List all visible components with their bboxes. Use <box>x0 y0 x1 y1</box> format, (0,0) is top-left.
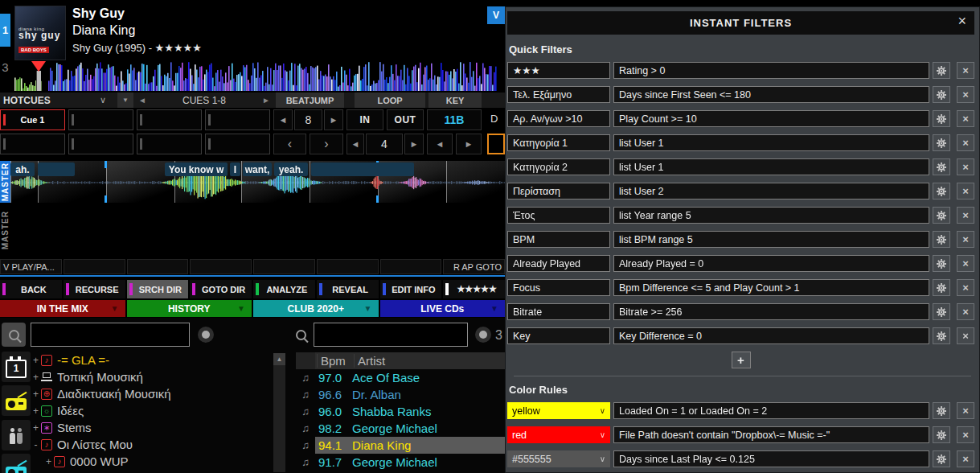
folder-item[interactable]: - ♪ Οι Λίστες Μου <box>31 436 272 453</box>
pad-7[interactable] <box>380 259 442 274</box>
deck2-master-tab[interactable]: MASTER <box>0 207 10 253</box>
filter-settings-button[interactable] <box>933 207 950 224</box>
filter-settings-button[interactable] <box>933 183 950 199</box>
key-value-button[interactable]: 11B <box>427 109 482 130</box>
v-badge[interactable]: V <box>487 6 505 24</box>
scroll-up-icon[interactable]: ▲ <box>273 353 285 365</box>
filter-name-field[interactable]: Αρ. Αν/γων >10 <box>507 110 610 127</box>
color-rule-field[interactable]: File Path doesn't contain "Dropbox\-= Mu… <box>613 426 929 443</box>
color-select[interactable]: red ∨ <box>507 426 610 443</box>
hotcue-6-button[interactable] <box>68 134 133 154</box>
browser-button[interactable]: SRCH DIR <box>127 280 189 298</box>
filter-rule-field[interactable]: list User 1 <box>613 134 929 151</box>
track-row[interactable]: ♫ 94.1 Diana King <box>296 437 505 454</box>
color-settings-button[interactable] <box>933 402 950 419</box>
tab-chevron-icon[interactable]: ▼ <box>111 304 119 313</box>
beatjump-decrease-button[interactable]: ◄ <box>273 109 293 130</box>
deck-number-badge[interactable]: 1 <box>0 14 10 47</box>
browser-button[interactable]: BACK <box>0 280 62 298</box>
playhead-marker-icon[interactable] <box>31 61 46 72</box>
color-delete-button[interactable]: × <box>957 450 974 467</box>
filter-name-field[interactable]: Key <box>507 327 610 344</box>
browser-button[interactable]: ANALYZE <box>253 280 315 298</box>
track-row[interactable]: ♫ 91.7 George Michael <box>296 454 505 471</box>
filter-settings-button[interactable] <box>933 327 950 344</box>
expand-icon[interactable]: - <box>31 439 41 450</box>
artist-column-header[interactable]: Artist <box>354 354 505 368</box>
hotcue-5-button[interactable] <box>0 134 65 154</box>
close-icon[interactable]: × <box>957 13 966 30</box>
sideview-calendar-button[interactable]: 1 <box>2 352 31 382</box>
filter-delete-button[interactable]: × <box>957 327 974 344</box>
playlist-tab[interactable]: IN THE MIX ▼ <box>0 300 125 317</box>
filter-name-field[interactable]: Κατηγορία 2 <box>507 158 610 175</box>
folder-item[interactable]: + ♪ -= GLA =- <box>31 352 272 368</box>
filter-rule-field[interactable]: Days since First Seen <= 180 <box>613 86 929 103</box>
filter-name-field[interactable]: Έτος <box>507 207 610 224</box>
hotcues-chevron-icon[interactable]: ∨ <box>100 93 106 108</box>
filter-settings-button[interactable] <box>933 231 950 248</box>
filter-delete-button[interactable]: × <box>957 158 974 175</box>
filter-name-field[interactable]: Focus <box>507 279 610 296</box>
filter-name-field[interactable]: Τελ. Εξάμηνο <box>507 86 610 103</box>
track-overview-waveform[interactable] <box>14 61 497 91</box>
hotcue-4-button[interactable] <box>205 109 270 130</box>
filter-delete-button[interactable]: × <box>957 110 974 127</box>
key-down-button[interactable]: ◄ <box>427 134 453 154</box>
color-delete-button[interactable]: × <box>957 426 974 443</box>
expand-icon[interactable]: + <box>31 405 41 417</box>
tracklist-search-input[interactable] <box>314 323 468 347</box>
color-select[interactable]: #555555 ∨ <box>507 450 610 467</box>
tracklist-header[interactable]: Bpm Artist <box>296 352 505 369</box>
playlist-tab[interactable]: CLUB 2020+ ▼ <box>253 300 379 317</box>
folder-item[interactable]: + ⊕ Διαδικτυακή Μουσική <box>31 385 272 402</box>
browser-button[interactable]: ★★★★★ <box>443 280 505 298</box>
filter-delete-button[interactable]: × <box>957 183 974 199</box>
sideview-radio-yellow-button[interactable] <box>2 385 31 416</box>
loop-in-button[interactable]: IN <box>346 109 383 130</box>
pad-goto[interactable]: R AP GOTO <box>443 259 505 274</box>
filter-delete-button[interactable]: × <box>957 207 974 224</box>
filter-name-field[interactable]: Bitrate <box>507 303 610 320</box>
tab-chevron-icon[interactable]: ▼ <box>364 304 372 313</box>
filter-name-field[interactable]: ★★★ <box>507 62 610 79</box>
tab-chevron-icon[interactable]: ▼ <box>237 304 245 313</box>
browser-button[interactable]: GOTO DIR <box>190 280 252 298</box>
track-row[interactable]: ♫ 96.6 Dr. Alban <box>296 386 505 403</box>
color-select[interactable]: yellow ∨ <box>507 402 610 419</box>
pad-play-pause[interactable]: V PLAY/PA... <box>0 259 62 274</box>
filter-delete-button[interactable]: × <box>957 279 974 296</box>
filter-name-field[interactable]: Already Played <box>507 255 610 272</box>
browser-button[interactable]: RECURSE <box>64 280 125 298</box>
filter-rule-field[interactable]: Play Count >= 10 <box>613 110 929 127</box>
filter-rule-field[interactable]: Bitrate >= 256 <box>613 303 929 320</box>
expand-icon[interactable]: + <box>31 422 41 434</box>
browser-button[interactable]: REVEAL <box>317 280 379 298</box>
filter-rule-field[interactable]: list User 1 <box>613 158 929 175</box>
folder-item[interactable]: + ∗ Stems <box>31 419 272 436</box>
filter-delete-button[interactable]: × <box>957 86 974 103</box>
hotcue-2-button[interactable] <box>68 109 133 130</box>
folder-item[interactable]: + Τοπική Μουσική <box>31 368 272 385</box>
pad-6[interactable] <box>317 259 379 274</box>
filter-rule-field[interactable]: Rating > 0 <box>613 62 929 79</box>
filter-settings-button[interactable] <box>933 134 950 151</box>
pad-2[interactable] <box>64 259 125 274</box>
color-rule-field[interactable]: Days since Last Play <= 0.125 <box>613 450 929 467</box>
filter-delete-button[interactable]: × <box>957 134 974 151</box>
tracklist-search-led-button[interactable] <box>475 327 491 343</box>
beatjump-back-button[interactable]: ‹ <box>273 134 306 154</box>
folder-search-input[interactable] <box>31 323 190 347</box>
loop-active-slot[interactable] <box>487 134 505 154</box>
track-row[interactable]: ♫ 98.2 George Michael <box>296 420 505 437</box>
track-row[interactable]: ♫ 97.0 Ace Of Base <box>296 369 505 386</box>
filter-delete-button[interactable]: × <box>957 62 974 79</box>
playlist-tab[interactable]: HISTORY ▼ <box>127 300 252 317</box>
filter-settings-button[interactable] <box>933 110 950 127</box>
filter-rule-field[interactable]: Key Difference = 0 <box>613 327 929 344</box>
filter-delete-button[interactable]: × <box>957 231 974 248</box>
folder-item[interactable]: + ☼ Ιδέες <box>31 402 272 419</box>
cues-prev-icon[interactable]: ◄ <box>138 93 146 108</box>
hotcues-dropdown-button[interactable]: ▼ <box>117 93 133 108</box>
hotcue-8-button[interactable] <box>205 134 270 154</box>
